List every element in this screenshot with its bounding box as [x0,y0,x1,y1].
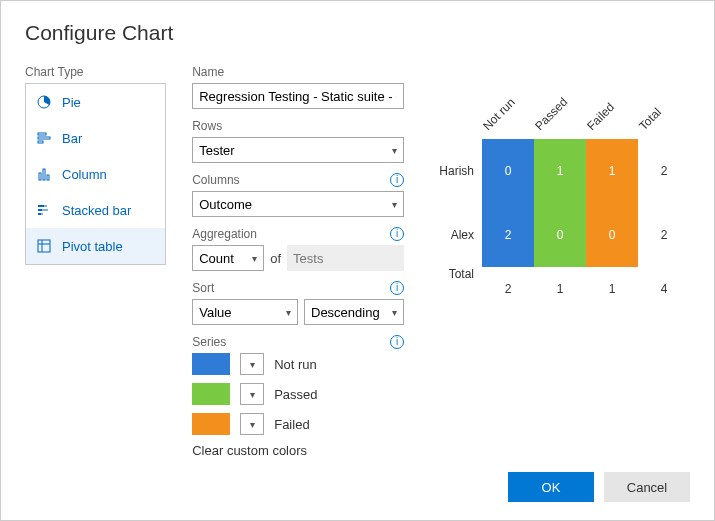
chart-type-item-label: Pie [62,95,81,110]
pivot-total-cell: 2 [482,267,534,311]
chart-type-item-label: Stacked bar [62,203,131,218]
pivot-col-header: Total [636,105,664,133]
pie-icon [36,94,52,110]
clear-custom-colors[interactable]: Clear custom colors [192,443,404,458]
chart-type-item-label: Bar [62,131,82,146]
pivot-total-label: Total [430,267,482,311]
sort-label: Sort [192,281,214,295]
sort-dir-value: Descending [311,305,380,320]
svg-rect-13 [38,240,50,252]
sort-by-value: Value [199,305,231,320]
aggregation-target: Tests [287,245,404,271]
columns-select[interactable]: Outcome ▾ [192,191,404,217]
chart-type-pivot-table[interactable]: Pivot table [26,228,165,264]
svg-rect-5 [43,169,45,180]
pivot-total-cell: 4 [638,267,690,311]
svg-rect-8 [44,205,47,207]
chevron-down-icon: ▾ [250,419,255,430]
column-icon [36,166,52,182]
bar-icon [36,130,52,146]
svg-rect-3 [38,141,43,143]
aggregation-of: of [270,251,281,266]
svg-rect-4 [39,173,41,180]
stacked-bar-icon [36,202,52,218]
series-label: Series [192,335,226,349]
series-name: Passed [274,387,317,402]
pivot-cell: 2 [482,203,534,267]
info-icon[interactable]: i [390,335,404,349]
rows-select[interactable]: Tester ▾ [192,137,404,163]
columns-value: Outcome [199,197,252,212]
svg-rect-12 [41,213,43,215]
pivot-total-cell: 1 [586,267,638,311]
svg-rect-2 [38,137,50,139]
pivot-cell: 1 [534,139,586,203]
name-label: Name [192,65,404,79]
svg-rect-10 [42,209,48,211]
dialog-title: Configure Chart [25,21,690,45]
rows-label: Rows [192,119,222,133]
pivot-cell: 1 [586,139,638,203]
aggregation-label: Aggregation [192,227,257,241]
svg-rect-11 [38,213,41,215]
sort-dir-select[interactable]: Descending ▾ [304,299,404,325]
svg-rect-1 [38,133,46,135]
pivot-table-icon [36,238,52,254]
chart-type-item-label: Pivot table [62,239,123,254]
rows-value: Tester [199,143,234,158]
columns-label: Columns [192,173,239,187]
series-color-swatch [192,413,230,435]
pivot-preview: Not runPassedFailedTotal Harish0112Alex2… [430,83,690,311]
name-input[interactable] [192,83,404,109]
pivot-row-label: Alex [430,228,482,242]
pivot-cell: 0 [534,203,586,267]
series-color-select[interactable]: ▾ [240,353,264,375]
svg-rect-7 [38,205,44,207]
aggregation-value: Count [199,251,234,266]
series-color-select[interactable]: ▾ [240,413,264,435]
pivot-col-header: Not run [480,95,518,133]
info-icon[interactable]: i [390,281,404,295]
aggregation-select[interactable]: Count ▾ [192,245,264,271]
pivot-cell: 0 [586,203,638,267]
chevron-down-icon: ▾ [252,253,257,264]
pivot-row-label: Harish [430,164,482,178]
chart-type-bar[interactable]: Bar [26,120,165,156]
series-color-swatch [192,353,230,375]
info-icon[interactable]: i [390,227,404,241]
pivot-col-header: Passed [532,95,570,133]
chevron-down-icon: ▾ [392,145,397,156]
chart-type-label: Chart Type [25,65,166,79]
sort-by-select[interactable]: Value ▾ [192,299,298,325]
chart-type-stacked-bar[interactable]: Stacked bar [26,192,165,228]
cancel-button[interactable]: Cancel [604,472,690,502]
chevron-down-icon: ▾ [392,307,397,318]
chart-type-item-label: Column [62,167,107,182]
chevron-down-icon: ▾ [250,389,255,400]
chevron-down-icon: ▾ [250,359,255,370]
chevron-down-icon: ▾ [286,307,291,318]
series-name: Not run [274,357,317,372]
series-color-swatch [192,383,230,405]
info-icon[interactable]: i [390,173,404,187]
pivot-total-cell: 1 [534,267,586,311]
svg-rect-9 [38,209,42,211]
series-color-select[interactable]: ▾ [240,383,264,405]
svg-rect-6 [47,175,49,180]
chart-type-column[interactable]: Column [26,156,165,192]
configure-chart-dialog: Configure Chart Chart Type Pie Bar Colum… [0,0,715,521]
chevron-down-icon: ▾ [392,199,397,210]
chart-type-list: Pie Bar Column Stacked bar Pivot table [25,83,166,265]
pivot-cell: 2 [638,139,690,203]
ok-button[interactable]: OK [508,472,594,502]
series-name: Failed [274,417,309,432]
pivot-cell: 0 [482,139,534,203]
pivot-col-header: Failed [584,100,617,133]
pivot-cell: 2 [638,203,690,267]
chart-type-pie[interactable]: Pie [26,84,165,120]
